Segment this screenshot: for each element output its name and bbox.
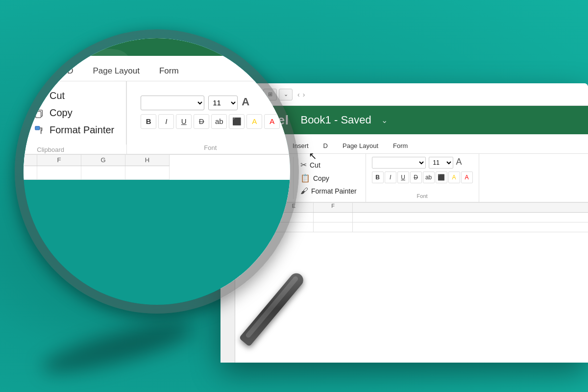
zoomed-font-section: 11 A B I U D ab ⬛ <box>133 92 288 133</box>
zoomed-border-button: ⬛ <box>229 114 245 129</box>
zoomed-format-painter-button: Format Painter <box>30 122 118 138</box>
zoomed-tab-form: Form <box>150 61 188 81</box>
zoomed-col-header-f: F <box>37 155 81 166</box>
zoomed-copy-icon <box>34 108 45 119</box>
zoomed-tab-page-layout: Page Layout <box>84 61 148 81</box>
zoomed-col-header-h: H <box>125 155 170 166</box>
zoomed-cells-area: C E F G H <box>24 155 170 180</box>
svg-line-7 <box>38 96 40 98</box>
zoomed-subscript-button: ab <box>211 114 227 129</box>
zoomed-format-painter-icon <box>34 125 45 136</box>
cell-f1[interactable] <box>314 213 353 222</box>
zoomed-clipboard-label: Clipboard <box>24 145 126 156</box>
border-button[interactable]: ⬛ <box>436 172 447 183</box>
zoomed-copy-button: Copy <box>30 105 118 121</box>
svg-line-6 <box>38 94 43 99</box>
zoomed-strikethrough-button: D <box>194 114 209 129</box>
underline-button[interactable]: U <box>397 172 409 183</box>
font-section: 11 A B I U D ab ⬛ A A Font <box>366 154 479 202</box>
bold-button[interactable]: B <box>372 172 384 183</box>
zoomed-cut-label: Cut <box>49 90 65 101</box>
cut-label: Cut <box>310 161 320 169</box>
zoomed-cell-g1 <box>81 166 125 180</box>
title-chevron-icon[interactable]: ⌄ <box>381 116 388 125</box>
zoomed-tab-d: D <box>58 61 82 81</box>
tab-d[interactable]: D <box>317 138 335 153</box>
zoomed-clipboard-wrapper: Paste ⌄ <box>24 81 127 154</box>
font-buttons: B I U D ab ⬛ A A <box>372 172 473 183</box>
svg-rect-9 <box>36 111 41 118</box>
tab-page-layout[interactable]: Page Layout <box>336 138 385 153</box>
font-name-select[interactable] <box>372 157 426 169</box>
zoomed-font-section-wrapper: 11 A B I U D ab ⬛ <box>127 81 290 154</box>
zoomed-spreadsheet: 1 C E F G H <box>24 155 290 180</box>
font-size-increase[interactable]: A <box>456 157 462 169</box>
zoomed-cell-f1 <box>37 166 81 180</box>
format-painter-label: Format Painter <box>311 187 357 195</box>
zoomed-excel: ⊞ ‹ › <box>24 38 290 180</box>
magnifier-glass: ⊞ ‹ › <box>15 29 299 314</box>
zoomed-tab-insert: Insert <box>24 61 56 81</box>
font-section-label: Font <box>372 191 473 199</box>
cell-f2[interactable] <box>314 222 353 232</box>
zoomed-document-title: Book1 - Saved <box>27 38 123 45</box>
zoomed-bold-button: B <box>141 114 156 129</box>
zoomed-menu-bar: File Home Insert D Page Layout Form <box>24 56 290 81</box>
document-title: Book1 - Saved <box>300 114 371 126</box>
zoomed-cell-e1 <box>24 166 37 180</box>
zoomed-table-row <box>24 166 170 180</box>
magnifier-content: ⊞ ‹ › <box>24 38 290 305</box>
tab-form[interactable]: Form <box>386 138 415 153</box>
magnifier: ⊞ ‹ › <box>15 29 309 363</box>
copy-label: Copy <box>313 174 329 182</box>
zoomed-format-painter-label: Format Painter <box>49 124 114 136</box>
font-selectors: 11 A <box>372 157 473 169</box>
zoomed-ribbon-title: Excel Book1 - Saved ⌄ <box>24 38 290 56</box>
zoomed-font-name-select <box>141 96 204 110</box>
zoomed-font-color-button: A <box>264 114 280 129</box>
zoomed-font-section-content: 11 A B I U D ab ⬛ <box>127 81 290 143</box>
col-header-f: F <box>314 203 353 212</box>
zoomed-ribbon-content: ↩ ↪ Undo <box>24 81 290 155</box>
zoomed-font-selectors: 11 A <box>141 96 280 110</box>
zoomed-col-headers: C E F G H <box>24 155 170 166</box>
zoomed-font-a-btn: A <box>242 96 249 110</box>
zoomed-underline-button: U <box>176 114 192 129</box>
zoomed-font-size-select: 11 <box>208 96 238 110</box>
font-color-button[interactable]: A <box>461 172 473 183</box>
zoomed-cut-icon <box>34 91 45 101</box>
zoomed-col-header-g: G <box>81 155 125 166</box>
subscript-button[interactable]: ab <box>423 172 435 183</box>
italic-button[interactable]: I <box>385 172 396 183</box>
zoomed-font-section-label: Font <box>127 143 290 154</box>
zoomed-copy-label: Copy <box>49 107 73 119</box>
zoomed-font-buttons: B I U D ab ⬛ A A <box>141 114 280 129</box>
fill-color-button[interactable]: A <box>448 172 460 183</box>
zoomed-col-header-e: E <box>24 155 37 166</box>
svg-rect-10 <box>35 126 40 129</box>
font-size-select[interactable]: 11 <box>429 157 453 169</box>
zoomed-clipboard-section: Paste ⌄ <box>24 81 126 145</box>
zoomed-cell-h1 <box>125 166 170 180</box>
zoomed-fill-color-button: A <box>246 114 262 129</box>
zoomed-clipboard-actions: Cut Copy <box>24 85 121 141</box>
strikethrough-button[interactable]: D <box>410 172 422 183</box>
zoomed-title-chevron-icon: ⌄ <box>135 38 144 42</box>
zoomed-cut-button: Cut <box>30 88 118 103</box>
zoomed-italic-button: I <box>158 114 174 129</box>
